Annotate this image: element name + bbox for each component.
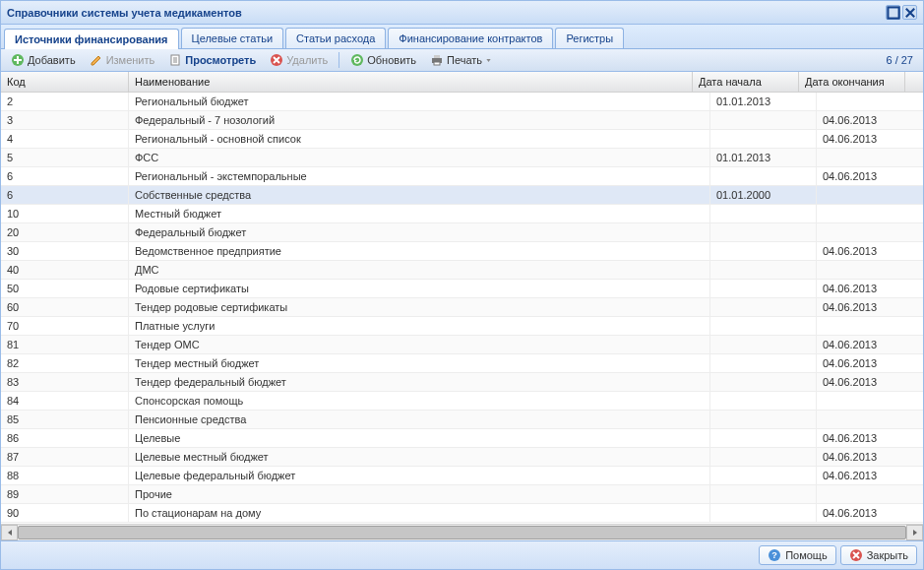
titlebar: Справочники системы учета медикаментов — [1, 1, 923, 25]
cell-d1 — [710, 411, 817, 428]
cell-name: Региональный бюджет — [129, 93, 710, 110]
table-row[interactable]: 83Тендер федеральный бюджет04.06.2013 — [1, 373, 923, 392]
cell-code: 70 — [1, 317, 129, 335]
edit-label: Изменить — [106, 54, 155, 66]
table-row[interactable]: 86Целевые04.06.2013 — [1, 429, 923, 448]
grid-body[interactable]: 2Региональный бюджет01.01.20133Федеральн… — [1, 93, 923, 524]
col-header-date-start[interactable]: Дата начала — [693, 72, 799, 92]
cell-code: 6 — [1, 167, 129, 185]
table-row[interactable]: 6Собственные средства01.01.2000 — [1, 186, 923, 205]
cell-d2: 04.06.2013 — [817, 111, 923, 129]
col-header-code[interactable]: Код — [1, 72, 129, 92]
grid: Код Наименование Дата начала Дата оконча… — [1, 72, 923, 540]
horizontal-scrollbar[interactable] — [1, 524, 923, 540]
cell-code: 60 — [1, 298, 129, 316]
cell-d1 — [710, 467, 817, 484]
cell-name: Целевые местный бюджет — [129, 448, 710, 466]
table-row[interactable]: 10Местный бюджет — [1, 205, 923, 223]
cell-name: Спонсорская помощь — [129, 392, 710, 410]
table-row[interactable]: 20Федеральный бюджет — [1, 223, 923, 242]
col-header-date-end[interactable]: Дата окончания — [799, 72, 905, 92]
cell-d1 — [710, 504, 817, 522]
table-row[interactable]: 3Федеральный - 7 нозологий04.06.2013 — [1, 111, 923, 130]
cell-code: 10 — [1, 205, 129, 222]
add-label: Добавить — [28, 54, 76, 66]
cell-d2: 04.06.2013 — [817, 336, 923, 353]
table-row[interactable]: 85Пенсионные средства — [1, 411, 923, 429]
cell-d1: 01.01.2013 — [710, 149, 817, 166]
refresh-button[interactable]: Обновить — [344, 51, 422, 69]
cell-d1 — [710, 336, 817, 353]
table-row[interactable]: 89Прочие — [1, 485, 923, 504]
tab-регистры[interactable]: Регистры — [555, 28, 624, 48]
grid-header: Код Наименование Дата начала Дата оконча… — [1, 72, 923, 93]
table-row[interactable]: 87Целевые местный бюджет04.06.2013 — [1, 448, 923, 467]
cell-d2 — [817, 149, 923, 166]
col-header-name[interactable]: Наименование — [129, 72, 693, 92]
help-button[interactable]: ? Помощь — [759, 545, 836, 565]
tab-content: Добавить Изменить Просмотреть Удалить — [1, 49, 923, 540]
table-row[interactable]: 81Тендер ОМС04.06.2013 — [1, 336, 923, 354]
cell-d2 — [817, 261, 923, 279]
cell-name: Прочие — [129, 485, 710, 503]
cell-name: Федеральный бюджет — [129, 223, 710, 241]
cell-code: 86 — [1, 429, 129, 447]
cell-code: 3 — [1, 111, 129, 129]
svg-rect-0 — [888, 7, 898, 18]
add-button[interactable]: Добавить — [5, 51, 82, 69]
table-row[interactable]: 5ФСС01.01.2013 — [1, 149, 923, 167]
delete-button[interactable]: Удалить — [264, 51, 334, 69]
scroll-right-icon[interactable] — [906, 525, 923, 540]
edit-button[interactable]: Изменить — [84, 51, 161, 69]
cell-d2: 04.06.2013 — [817, 373, 923, 391]
cell-d2: 04.06.2013 — [817, 242, 923, 260]
table-row[interactable]: 40ДМС — [1, 261, 923, 280]
cell-name: Тендер федеральный бюджет — [129, 373, 710, 391]
tab-целевые-статьи[interactable]: Целевые статьи — [181, 28, 284, 48]
refresh-label: Обновить — [367, 54, 416, 66]
svg-rect-7 — [434, 62, 440, 65]
scroll-thumb[interactable] — [18, 526, 906, 539]
cell-code: 81 — [1, 336, 129, 353]
cell-d1 — [710, 429, 817, 447]
cell-code: 5 — [1, 149, 129, 166]
cell-name: Ведомственное предприятие — [129, 242, 710, 260]
tab-финансирование-контрактов[interactable]: Финансирование контрактов — [388, 28, 553, 48]
table-row[interactable]: 2Региональный бюджет01.01.2013 — [1, 93, 923, 111]
pencil-icon — [90, 53, 103, 67]
table-row[interactable]: 84Спонсорская помощь — [1, 392, 923, 411]
cell-name: По стационарам на дому — [129, 504, 710, 522]
view-button[interactable]: Просмотреть — [162, 51, 262, 69]
table-row[interactable]: 60Тендер родовые сертификаты04.06.2013 — [1, 298, 923, 317]
help-icon: ? — [768, 548, 781, 562]
table-row[interactable]: 30Ведомственное предприятие04.06.2013 — [1, 242, 923, 261]
table-row[interactable]: 4Региональный - основной список04.06.201… — [1, 130, 923, 149]
cell-d2: 04.06.2013 — [817, 354, 923, 372]
table-row[interactable]: 70Платные услуги — [1, 317, 923, 336]
table-row[interactable]: 88Целевые федеральный бюджет04.06.2013 — [1, 467, 923, 485]
tab-статьи-расхода[interactable]: Статьи расхода — [285, 28, 386, 48]
cell-d2: 04.06.2013 — [817, 504, 923, 522]
cell-d1 — [710, 280, 817, 297]
cell-d2 — [817, 411, 923, 428]
cell-d1 — [710, 205, 817, 222]
print-button[interactable]: Печать — [424, 51, 498, 69]
table-row[interactable]: 82Тендер местный бюджет04.06.2013 — [1, 354, 923, 373]
cell-name: Региональный - экстемпоральные — [129, 167, 710, 185]
cell-d2 — [817, 205, 923, 222]
cell-d1 — [710, 167, 817, 185]
table-row[interactable]: 6Региональный - экстемпоральные04.06.201… — [1, 167, 923, 186]
delete-icon — [270, 53, 283, 67]
maximize-button[interactable] — [886, 5, 900, 20]
table-row[interactable]: 90По стационарам на дому04.06.2013 — [1, 504, 923, 523]
refresh-icon — [350, 53, 364, 67]
cell-name: ДМС — [129, 261, 710, 279]
close-footer-button[interactable]: Закрыть — [840, 545, 917, 565]
tab-источники-финансирования[interactable]: Источники финансирования — [4, 29, 179, 49]
cell-code: 88 — [1, 467, 129, 484]
close-button[interactable] — [902, 5, 917, 20]
cell-d2 — [817, 392, 923, 410]
scroll-left-icon[interactable] — [1, 525, 18, 540]
table-row[interactable]: 50Родовые сертификаты04.06.2013 — [1, 280, 923, 298]
svg-rect-6 — [434, 55, 440, 58]
